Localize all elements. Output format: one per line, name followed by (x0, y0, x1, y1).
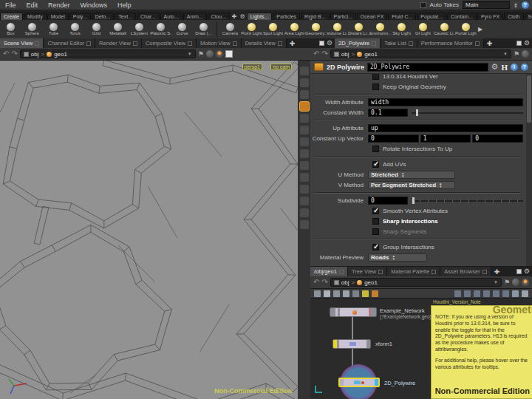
shelf-tab[interactable]: Lights... (247, 13, 273, 20)
shelf-tab[interactable]: Modify (24, 13, 47, 20)
nav-forward-icon[interactable]: ↷ (11, 50, 17, 58)
pane-split-icon[interactable] (475, 41, 480, 46)
pane-split-icon[interactable] (482, 270, 487, 274)
path-dropdown-icon[interactable]: ▼ (494, 280, 498, 284)
tool-gi-light[interactable]: GI Light (412, 23, 434, 35)
tool-draw[interactable]: Draw (... (193, 23, 214, 35)
maximize-pane-icon[interactable] (516, 269, 522, 274)
menu-edit[interactable]: Edit (21, 1, 44, 9)
add-pane-tab-icon[interactable]: ✚ (484, 38, 496, 48)
pin-icon[interactable] (522, 50, 529, 58)
shelf-tab[interactable]: Clou... (208, 13, 230, 20)
pane-tab-details-view[interactable]: Details View (242, 38, 287, 48)
view-tool-icon[interactable] (300, 66, 309, 75)
node-list-icon[interactable] (314, 290, 321, 297)
network-tab-asset-browser[interactable]: Asset Browser (440, 267, 491, 276)
pane-split-icon[interactable] (188, 41, 192, 46)
snap-tool-icon[interactable] (300, 161, 309, 170)
path-node[interactable]: geo1 (54, 51, 67, 58)
parameter-path[interactable]: obj > geo1 ▼ (330, 50, 511, 58)
tool-geometry-light[interactable]: Geometry... (305, 23, 327, 35)
nav-forward-icon[interactable]: ↷ (321, 50, 327, 58)
tool-sphere[interactable]: Sphere (21, 23, 43, 35)
path-node[interactable]: geo1 (364, 51, 378, 58)
path-root[interactable]: obj (341, 51, 349, 58)
maximize-pane-icon[interactable] (516, 41, 522, 46)
node-xform1[interactable] (332, 339, 371, 349)
sticky-note[interactable]: Geometry NOTE: if you are using a versio… (431, 305, 532, 399)
menu-windows[interactable]: Windows (75, 1, 113, 9)
shelf-tab[interactable]: Anim... (183, 13, 207, 20)
tool-lsystem[interactable]: LSystem (129, 23, 150, 35)
pane-split-icon[interactable] (372, 41, 376, 46)
shelf-overflow-icon[interactable]: ▶ (477, 26, 484, 33)
pane-split-icon[interactable] (432, 270, 436, 274)
shelf-tab[interactable]: Defo... (92, 13, 115, 20)
pane-split-icon[interactable] (35, 41, 39, 46)
pane-split-icon[interactable] (86, 41, 91, 46)
gear-icon[interactable]: ⚙ (491, 64, 499, 70)
pane-tab-motion-view[interactable]: Motion View (197, 38, 242, 48)
pane-split-icon[interactable] (378, 270, 383, 274)
shelf-tab[interactable]: Create (0, 13, 23, 20)
network-tab-material-palette[interactable]: Material Palette (387, 267, 440, 276)
distribute-icon[interactable] (464, 290, 471, 297)
pane-split-icon[interactable] (133, 41, 137, 46)
overview-icon[interactable] (522, 290, 528, 297)
sticky-note-icon[interactable] (362, 290, 369, 297)
pane-gear-icon[interactable]: ⚙ (524, 268, 530, 275)
subdivide-field[interactable]: 0 (368, 197, 408, 205)
shake-icon[interactable] (483, 290, 490, 297)
info-icon[interactable]: i (511, 64, 518, 71)
group-intersections-checkbox[interactable] (372, 244, 379, 250)
tool-tube[interactable]: Tube (43, 23, 64, 35)
menu-render[interactable]: Render (43, 1, 75, 9)
take-selector[interactable]: Main (463, 1, 510, 9)
network-tab-tree-view[interactable]: Tree View (348, 267, 387, 276)
pane-gear-icon[interactable]: ⚙ (524, 40, 530, 47)
path-root[interactable]: obj (31, 51, 39, 58)
pane-tab-channel-editor[interactable]: Channel Editor (44, 38, 95, 48)
width-attribute-field[interactable]: width (368, 98, 523, 106)
shelf-tab[interactable]: Particl... (330, 13, 356, 20)
construction-plane-icon[interactable] (300, 173, 309, 182)
tool-spot-light[interactable]: Spot Light (262, 23, 284, 35)
tool-environment-light[interactable]: Environm... (369, 23, 391, 35)
pane-split-icon[interactable] (339, 270, 344, 274)
shelf-tab[interactable]: Char... (137, 13, 160, 20)
add-pane-tab-icon[interactable]: ✚ (287, 38, 299, 48)
add-uvs-checkbox[interactable] (372, 161, 379, 168)
shelf-tab[interactable]: Cloth (504, 13, 523, 20)
rotate-tool-icon[interactable] (300, 126, 309, 134)
shelf-tab[interactable]: Populat... (417, 13, 446, 20)
align-icon[interactable] (454, 290, 461, 297)
version-toggle-checkbox[interactable] (372, 74, 379, 80)
pose-tool-icon[interactable] (300, 149, 309, 158)
pane-tab-2d-polywire[interactable]: 2D_Polywire (335, 38, 381, 48)
pane-tab-take-list[interactable]: Take List (381, 38, 417, 48)
path-node[interactable]: geo1 (364, 279, 378, 286)
constant-width-slider[interactable] (412, 109, 523, 117)
shelf-tab[interactable]: Solid (525, 13, 532, 20)
active-tool-icon[interactable] (300, 102, 309, 111)
flag-icon[interactable]: ⚑ (198, 50, 204, 58)
select-objects-icon[interactable] (300, 90, 309, 99)
add-shelf-icon[interactable]: ✚ (231, 13, 239, 20)
tool-portal-light[interactable]: Portal Light (455, 23, 477, 35)
nav-back-icon[interactable]: ↶ (313, 50, 319, 58)
network-tab-obj-geo1[interactable]: /obj/geo1 (310, 267, 348, 276)
pane-split-icon[interactable] (409, 41, 413, 46)
pane-tab-composite-view[interactable]: Composite View (142, 38, 197, 48)
tool-metaball[interactable]: Metaball (107, 23, 129, 35)
select-tool-icon[interactable] (300, 78, 309, 87)
nav-back-icon[interactable]: ↶ (313, 279, 319, 286)
nav-forward-icon[interactable]: ↷ (321, 279, 327, 286)
shelf-tab[interactable]: Rigid B... (301, 13, 329, 20)
add-pane-tab-icon[interactable]: ✚ (491, 267, 503, 276)
maximize-pane-icon[interactable] (319, 41, 324, 46)
shaded-display-icon[interactable] (300, 208, 309, 217)
up-attribute-field[interactable]: up (368, 124, 523, 132)
tool-distant-light[interactable]: Distant Li... (348, 23, 369, 35)
nav-back-icon[interactable]: ↶ (3, 50, 9, 58)
shelf-tab[interactable]: Contain... (447, 13, 477, 20)
